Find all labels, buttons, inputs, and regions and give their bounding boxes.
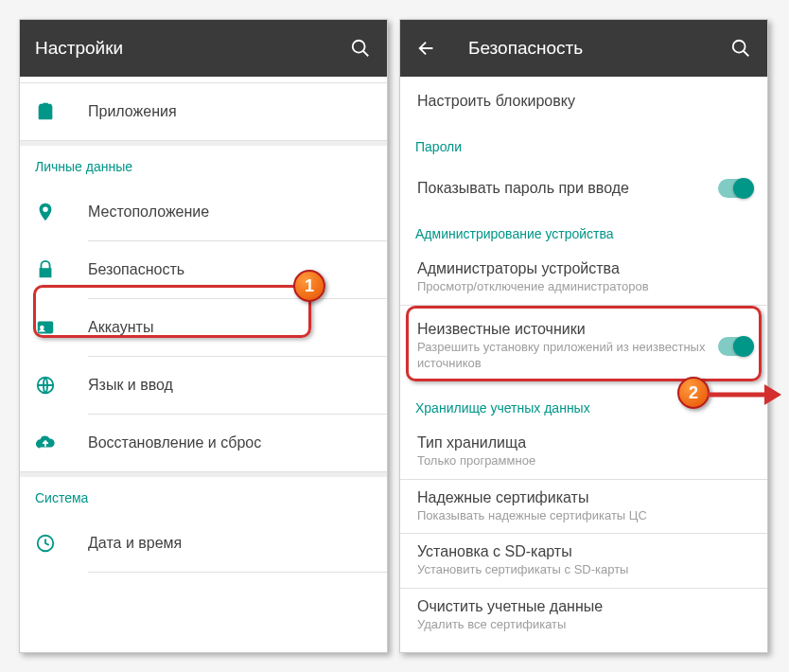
apps-icon	[35, 101, 88, 122]
appbar: Настройки	[20, 20, 387, 77]
svg-point-3	[40, 326, 44, 330]
back-icon[interactable]	[415, 37, 438, 60]
item-install-sd[interactable]: Установка с SD-карты Установить сертифик…	[400, 534, 767, 588]
location-icon	[35, 202, 88, 222]
item-clear-creds[interactable]: Очистить учетные данные Удалить все серт…	[400, 589, 767, 643]
appbar: Безопасность	[400, 20, 767, 77]
svg-line-7	[744, 51, 749, 57]
settings-item-security[interactable]: Безопасность	[20, 241, 387, 298]
settings-item-apps[interactable]: Приложения	[20, 83, 387, 140]
search-icon[interactable]	[349, 37, 372, 60]
section-passwords: Пароли	[400, 126, 767, 164]
search-icon[interactable]	[729, 37, 752, 60]
unknown-sources-toggle[interactable]	[718, 337, 752, 356]
settings-item-datetime[interactable]: Дата и время	[20, 515, 387, 572]
svg-point-0	[353, 41, 365, 53]
item-device-admins[interactable]: Администраторы устройства Просмотр/отклю…	[400, 251, 767, 305]
settings-item-accounts[interactable]: Аккаунты	[20, 299, 387, 356]
item-unknown-sources[interactable]: Неизвестные источники Разрешить установк…	[400, 306, 767, 387]
settings-item-language[interactable]: Язык и ввод	[20, 357, 387, 414]
item-trusted-certs[interactable]: Надежные сертификаты Показывать надежные…	[400, 480, 767, 534]
appbar-title: Настройки	[35, 38, 349, 59]
svg-point-6	[733, 41, 745, 53]
clock-icon	[35, 533, 88, 554]
section-system: Система	[20, 477, 387, 515]
lock-icon	[35, 259, 88, 280]
appbar-title: Безопасность	[468, 38, 729, 59]
svg-line-1	[363, 51, 369, 57]
item-show-password[interactable]: Показывать пароль при вводе	[400, 164, 767, 213]
item-configure-lock[interactable]: Настроить блокировку	[400, 77, 767, 126]
section-personal-data: Личные данные	[20, 146, 387, 184]
section-credentials: Хранилище учетных данных	[400, 387, 767, 425]
settings-screen: Настройки Приложения Личные данные Место…	[19, 19, 388, 653]
settings-item-backup[interactable]: Восстановление и сброс	[20, 415, 387, 471]
backup-icon	[35, 433, 88, 453]
show-password-toggle[interactable]	[718, 179, 752, 198]
security-screen: Безопасность Настроить блокировку Пароли…	[399, 19, 768, 653]
globe-icon	[35, 375, 88, 396]
item-storage-type[interactable]: Тип хранилища Только программное	[400, 425, 767, 479]
section-admin: Администрирование устройства	[400, 213, 767, 251]
accounts-icon	[35, 317, 88, 338]
settings-item-location[interactable]: Местоположение	[20, 184, 387, 240]
